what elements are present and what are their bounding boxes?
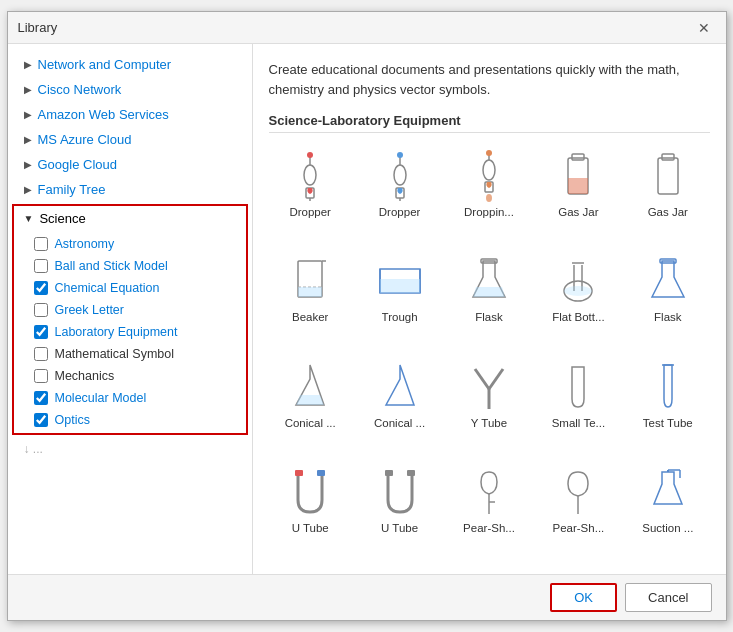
- gas-jar-1-label: Gas Jar: [558, 206, 598, 218]
- svg-rect-16: [572, 154, 584, 160]
- sidebar-item-optics[interactable]: Optics: [14, 409, 246, 431]
- sidebar: ▶ Network and Computer ▶ Cisco Network ▶…: [8, 44, 253, 574]
- flask-2-label: Flask: [654, 311, 681, 323]
- sidebar-item-ms-azure-cloud[interactable]: ▶ MS Azure Cloud: [8, 127, 252, 152]
- svg-point-13: [486, 150, 492, 156]
- icon-flat-bott[interactable]: Flat Bott...: [537, 248, 620, 347]
- greek-letter-label: Greek Letter: [55, 303, 124, 317]
- sidebar-item-more[interactable]: ↓ ...: [8, 437, 252, 461]
- svg-point-2: [304, 165, 316, 185]
- small-te-icon: [552, 361, 604, 413]
- sidebar-item-laboratory-equipment[interactable]: Laboratory Equipment: [14, 321, 246, 343]
- svg-point-14: [486, 194, 492, 202]
- icon-dropper-1[interactable]: Dropper: [269, 143, 352, 242]
- icon-trough[interactable]: Trough: [358, 248, 441, 347]
- laboratory-equipment-checkbox[interactable]: [34, 325, 48, 339]
- svg-point-9: [397, 152, 403, 158]
- icon-gas-jar-1[interactable]: Gas Jar: [537, 143, 620, 242]
- sidebar-item-google-cloud[interactable]: ▶ Google Cloud: [8, 152, 252, 177]
- science-header[interactable]: ▼ Science: [14, 206, 246, 231]
- sidebar-item-amazon-web-services[interactable]: ▶ Amazon Web Services: [8, 102, 252, 127]
- beaker-icon: [284, 255, 336, 307]
- molecular-model-checkbox[interactable]: [34, 391, 48, 405]
- dropping-icon: [463, 150, 515, 202]
- u-tube-1-label: U Tube: [292, 522, 329, 534]
- laboratory-equipment-label: Laboratory Equipment: [55, 325, 178, 339]
- u-tube-2-icon: [374, 466, 426, 518]
- flat-bott-label: Flat Bott...: [552, 311, 604, 323]
- pear-sh-1-label: Pear-Sh...: [463, 522, 515, 534]
- small-te-label: Small Te...: [552, 417, 605, 429]
- icon-dropping[interactable]: Droppin...: [447, 143, 530, 242]
- sidebar-item-family-tree[interactable]: ▶ Family Tree: [8, 177, 252, 202]
- flask-1-label: Flask: [475, 311, 502, 323]
- icon-conical-2[interactable]: Conical ...: [358, 354, 441, 453]
- sidebar-item-astronomy[interactable]: Astronomy: [14, 233, 246, 255]
- suction-label: Suction ...: [642, 522, 693, 534]
- close-button[interactable]: ✕: [692, 18, 716, 38]
- icon-u-tube-2[interactable]: U Tube: [358, 459, 441, 558]
- ball-and-stick-label: Ball and Stick Model: [55, 259, 168, 273]
- arrow-icon: ▶: [24, 84, 32, 95]
- chemical-equation-checkbox[interactable]: [34, 281, 48, 295]
- arrow-icon: ▶: [24, 59, 32, 70]
- astronomy-checkbox[interactable]: [34, 237, 48, 251]
- icon-dropper-2[interactable]: Dropper: [358, 143, 441, 242]
- sidebar-item-chemical-equation[interactable]: Chemical Equation: [14, 277, 246, 299]
- mathematical-symbol-checkbox[interactable]: [34, 347, 48, 361]
- dropping-label: Droppin...: [464, 206, 514, 218]
- icon-gas-jar-2[interactable]: Gas Jar: [626, 143, 709, 242]
- collapse-arrow-icon: ▼: [24, 213, 34, 224]
- svg-point-32: [564, 286, 592, 296]
- dialog-body: ▶ Network and Computer ▶ Cisco Network ▶…: [8, 44, 726, 574]
- icon-u-tube-1[interactable]: U Tube: [269, 459, 352, 558]
- dialog-title: Library: [18, 20, 58, 35]
- dialog-footer: OK Cancel: [8, 574, 726, 620]
- sidebar-item-cisco-network[interactable]: ▶ Cisco Network: [8, 77, 252, 102]
- icon-small-te[interactable]: Small Te...: [537, 354, 620, 453]
- content-area: Create educational documents and present…: [253, 44, 726, 574]
- mechanics-checkbox[interactable]: [34, 369, 48, 383]
- icon-suction[interactable]: Suction ...: [626, 459, 709, 558]
- greek-letter-checkbox[interactable]: [34, 303, 48, 317]
- cancel-button[interactable]: Cancel: [625, 583, 711, 612]
- molecular-model-label: Molecular Model: [55, 391, 147, 405]
- sidebar-item-label: Google Cloud: [38, 157, 118, 172]
- description-text: Create educational documents and present…: [269, 60, 710, 99]
- icon-conical-1[interactable]: Conical ...: [269, 354, 352, 453]
- icon-y-tube[interactable]: Y Tube: [447, 354, 530, 453]
- arrow-icon: ▶: [24, 134, 32, 145]
- u-tube-2-label: U Tube: [381, 522, 418, 534]
- svg-rect-38: [295, 470, 303, 476]
- gas-jar-1-icon: [552, 150, 604, 202]
- sidebar-item-network-computer[interactable]: ▶ Network and Computer: [8, 52, 252, 77]
- sidebar-item-label: Family Tree: [38, 182, 106, 197]
- icon-pear-sh-1[interactable]: Pear-Sh...: [447, 459, 530, 558]
- sidebar-item-label: Amazon Web Services: [38, 107, 169, 122]
- icon-flask-1[interactable]: Flask: [447, 248, 530, 347]
- svg-point-11: [483, 160, 495, 180]
- test-tube-label: Test Tube: [643, 417, 693, 429]
- sidebar-item-ball-and-stick[interactable]: Ball and Stick Model: [14, 255, 246, 277]
- ball-and-stick-checkbox[interactable]: [34, 259, 48, 273]
- science-sub-items: Astronomy Ball and Stick Model Chemical …: [14, 231, 246, 433]
- conical-1-icon: [284, 361, 336, 413]
- icons-grid: Dropper Dropper: [269, 143, 710, 558]
- sidebar-item-mathematical-symbol[interactable]: Mathematical Symbol: [14, 343, 246, 365]
- svg-point-4: [307, 152, 313, 158]
- sidebar-item-mechanics[interactable]: Mechanics: [14, 365, 246, 387]
- sidebar-item-greek-letter[interactable]: Greek Letter: [14, 299, 246, 321]
- sidebar-item-molecular-model[interactable]: Molecular Model: [14, 387, 246, 409]
- mechanics-label: Mechanics: [55, 369, 115, 383]
- ok-button[interactable]: OK: [550, 583, 617, 612]
- icon-beaker[interactable]: Beaker: [269, 248, 352, 347]
- icon-pear-sh-2[interactable]: Pear-Sh...: [537, 459, 620, 558]
- icon-test-tube[interactable]: Test Tube: [626, 354, 709, 453]
- optics-checkbox[interactable]: [34, 413, 48, 427]
- svg-rect-19: [662, 154, 674, 160]
- icon-flask-2[interactable]: Flask: [626, 248, 709, 347]
- mathematical-symbol-label: Mathematical Symbol: [55, 347, 175, 361]
- u-tube-1-icon: [284, 466, 336, 518]
- science-label: Science: [39, 211, 85, 226]
- dropper-2-label: Dropper: [379, 206, 421, 218]
